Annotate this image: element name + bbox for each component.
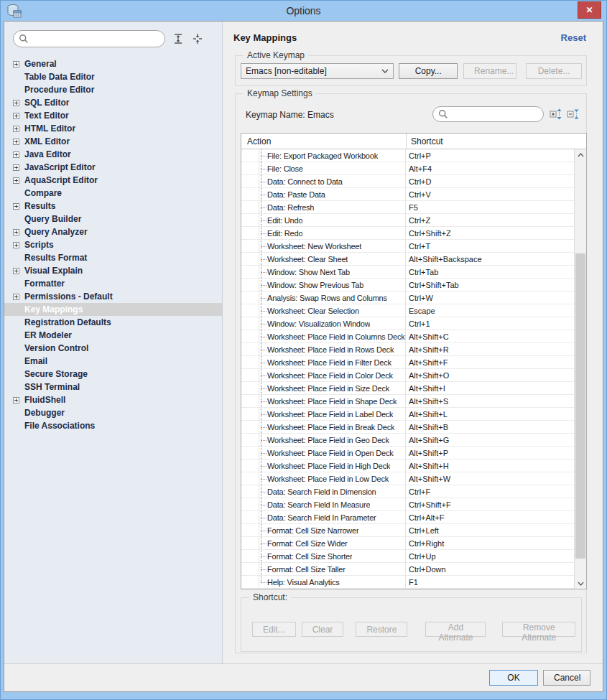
table-row[interactable]: Window: Visualization WindowCtrl+1 xyxy=(241,317,574,330)
sidebar-item-debugger[interactable]: Debugger xyxy=(4,406,222,419)
sidebar-item-aquascript-editor[interactable]: AquaScript Editor xyxy=(4,174,222,187)
table-row[interactable]: Help: Visual AnalyticsF1 xyxy=(241,576,574,589)
close-button[interactable]: ✕ xyxy=(578,1,601,19)
tree-expand-plus-icon[interactable] xyxy=(13,294,19,300)
table-row[interactable]: Worksheet: Clear SelectionEscape xyxy=(241,304,574,317)
tree-expand-plus-icon[interactable] xyxy=(13,151,19,158)
tree-expand-plus-icon[interactable] xyxy=(13,139,19,145)
sidebar-item-java-editor[interactable]: Java Editor xyxy=(4,148,222,161)
table-row[interactable]: Worksheet: Place Field in High DeckAlt+S… xyxy=(241,459,574,472)
sidebar-item-query-analyzer[interactable]: Query Analyzer xyxy=(4,225,222,238)
table-row[interactable]: Data: Connect to DataCtrl+D xyxy=(241,175,574,188)
sidebar-item-secure-storage[interactable]: Secure Storage xyxy=(4,368,222,381)
table-row[interactable]: Data: Search Field In ParameterCtrl+Alt+… xyxy=(241,511,574,524)
scrollbar-down-icon[interactable] xyxy=(575,578,586,589)
table-row[interactable]: Format: Cell Size TallerCtrl+Down xyxy=(241,563,574,576)
rename-button[interactable]: Rename... xyxy=(463,63,516,79)
sidebar-search-box[interactable] xyxy=(13,30,165,47)
table-row[interactable]: Worksheet: New WorksheetCtrl+T xyxy=(241,240,574,253)
table-row[interactable]: Worksheet: Place Field in Rows DeckAlt+S… xyxy=(241,343,574,356)
sidebar-item-table-data-editor[interactable]: Table Data Editor xyxy=(4,70,222,83)
table-row[interactable]: Data: RefreshF5 xyxy=(241,201,574,214)
table-row[interactable]: Data: Paste DataCtrl+V xyxy=(241,188,574,201)
sidebar-item-file-associations[interactable]: File Associations xyxy=(4,419,222,432)
table-row[interactable]: Window: Show Next TabCtrl+Tab xyxy=(241,266,574,279)
delete-button[interactable]: Delete... xyxy=(526,63,582,79)
tree-expand-plus-icon[interactable] xyxy=(13,268,19,274)
tree-expand-plus-icon[interactable] xyxy=(13,242,19,248)
tree-expand-plus-icon[interactable] xyxy=(13,177,19,184)
table-row[interactable]: File: CloseAlt+F4 xyxy=(241,162,574,175)
scrollbar-thumb[interactable] xyxy=(575,253,585,559)
sidebar-item-query-builder[interactable]: Query Builder xyxy=(4,213,222,225)
edit-button[interactable]: Edit... xyxy=(252,622,296,637)
tree-expand-plus-icon[interactable] xyxy=(13,397,19,403)
sidebar-item-results-format[interactable]: Results Format xyxy=(4,251,222,264)
table-row[interactable]: Worksheet: Place Field in Open DeckAlt+S… xyxy=(241,447,574,459)
sidebar-item-procedure-editor[interactable]: Procedure Editor xyxy=(4,83,222,96)
sidebar-item-version-control[interactable]: Version Control xyxy=(4,342,222,355)
table-row[interactable]: Worksheet: Place Field in Label DeckAlt+… xyxy=(241,408,574,421)
tree-expand-plus-icon[interactable] xyxy=(13,113,19,119)
column-header-shortcut[interactable]: Shortcut xyxy=(407,134,586,149)
table-row[interactable]: File: Export Packaged WorkbookCtrl+P xyxy=(241,149,574,162)
table-row[interactable]: Worksheet: Place Field in Columns DeckAl… xyxy=(241,330,574,343)
table-row[interactable]: Worksheet: Clear SheetAlt+Shift+Backspac… xyxy=(241,253,574,266)
table-row[interactable]: Window: Show Previous TabCtrl+Shift+Tab xyxy=(241,279,574,291)
sidebar-item-key-mappings[interactable]: Key Mappings xyxy=(4,303,222,316)
sidebar-item-html-editor[interactable]: HTML Editor xyxy=(4,122,222,135)
table-row[interactable]: Worksheet: Place Field in Shape DeckAlt+… xyxy=(241,395,574,408)
sidebar-item-text-editor[interactable]: Text Editor xyxy=(4,109,222,122)
table-row[interactable]: Format: Cell Size ShorterCtrl+Up xyxy=(241,550,574,563)
remove-alternate-button[interactable]: Remove Alternate xyxy=(502,622,575,637)
vertical-scrollbar[interactable] xyxy=(574,149,586,589)
table-row[interactable]: Edit: UndoCtrl+Z xyxy=(241,214,574,227)
sidebar-item-registration-defaults[interactable]: Registration Defaults xyxy=(4,316,222,329)
sidebar-item-sql-editor[interactable]: SQL Editor xyxy=(4,96,222,109)
sidebar-item-ssh-terminal[interactable]: SSH Terminal xyxy=(4,381,222,393)
table-row[interactable]: Worksheet: Place Field in Geo DeckAlt+Sh… xyxy=(241,434,574,447)
keymap-dropdown[interactable]: Emacs [non-editable] xyxy=(241,63,394,79)
sidebar-item-compare[interactable]: Compare xyxy=(4,187,222,200)
tree-expand-plus-icon[interactable] xyxy=(13,203,19,210)
collapse-rows-icon[interactable] xyxy=(191,32,204,45)
tree-expand-plus-icon[interactable] xyxy=(13,100,19,106)
tree-expand-plus-icon[interactable] xyxy=(13,61,19,67)
table-row[interactable]: Worksheet: Place Field in Filter DeckAlt… xyxy=(241,356,574,369)
column-header-action[interactable]: Action xyxy=(241,134,407,149)
sidebar-item-er-modeler[interactable]: ER Modeler xyxy=(4,329,222,342)
sidebar-item-scripts[interactable]: Scripts xyxy=(4,238,222,251)
table-row[interactable]: Worksheet: Place Field in Color DeckAlt+… xyxy=(241,369,574,382)
sidebar-item-formatter[interactable]: Formatter xyxy=(4,277,222,290)
sidebar-item-results[interactable]: Results xyxy=(4,200,222,213)
scrollbar-up-icon[interactable] xyxy=(575,149,586,160)
sidebar-item-email[interactable]: Email xyxy=(4,355,222,368)
table-row[interactable]: Worksheet: Place Field in Size DeckAlt+S… xyxy=(241,382,574,395)
table-row[interactable]: Worksheet: Place Field in Low DeckAlt+Sh… xyxy=(241,472,574,485)
tree-expand-plus-icon[interactable] xyxy=(13,164,19,171)
table-row[interactable]: Worksheet: Place Field in Break DeckAlt+… xyxy=(241,421,574,434)
cancel-button[interactable]: Cancel xyxy=(543,670,590,686)
collapse-all-icon[interactable] xyxy=(567,108,580,121)
table-row[interactable]: Data: Search Field in DimensionCtrl+F xyxy=(241,485,574,498)
table-row[interactable]: Format: Cell Size WiderCtrl+Right xyxy=(241,537,574,550)
sidebar-item-xml-editor[interactable]: XML Editor xyxy=(4,135,222,148)
sidebar-item-visual-explain[interactable]: Visual Explain xyxy=(4,264,222,277)
add-alternate-button[interactable]: Add Alternate xyxy=(425,622,486,637)
tree-expand-plus-icon[interactable] xyxy=(13,229,19,235)
sidebar-item-fluidshell[interactable]: FluidShell xyxy=(4,393,222,406)
keymap-search-box[interactable] xyxy=(432,106,544,122)
tree-expand-plus-icon[interactable] xyxy=(13,126,19,132)
restore-button[interactable]: Restore xyxy=(356,622,407,637)
table-row[interactable]: Format: Cell Size NarrowerCtrl+Left xyxy=(241,524,574,537)
expand-all-icon[interactable] xyxy=(550,108,562,121)
table-row[interactable]: Analysis: Swap Rows and ColumnsCtrl+W xyxy=(241,291,574,304)
sidebar-search-input[interactable] xyxy=(29,34,165,44)
ok-button[interactable]: OK xyxy=(489,670,538,686)
sidebar-item-general[interactable]: General xyxy=(4,57,222,70)
table-row[interactable]: Edit: RedoCtrl+Shift+Z xyxy=(241,227,574,240)
table-row[interactable]: Data: Search Field In MeasureCtrl+Shift+… xyxy=(241,498,574,511)
reset-link[interactable]: Reset xyxy=(561,32,586,43)
copy-button[interactable]: Copy... xyxy=(399,63,458,79)
clear-button[interactable]: Clear xyxy=(302,622,344,637)
